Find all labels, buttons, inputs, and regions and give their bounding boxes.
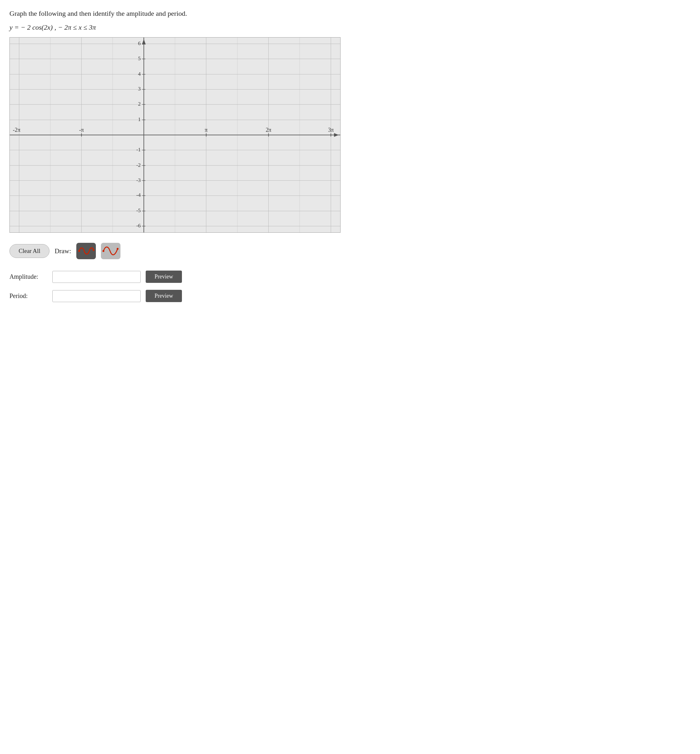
svg-text:-4: -4 — [136, 192, 141, 198]
svg-text:3: 3 — [138, 86, 141, 92]
svg-text:2π: 2π — [266, 127, 272, 133]
svg-point-62 — [78, 250, 80, 252]
svg-point-65 — [117, 248, 119, 250]
small-wave-icon — [78, 244, 94, 258]
svg-text:π: π — [205, 127, 208, 133]
draw-option-small-wave[interactable] — [76, 243, 96, 259]
period-preview-button[interactable]: Preview — [146, 290, 182, 302]
svg-text:-5: -5 — [136, 208, 141, 213]
graph-svg: -2π -π π 2π 3π 6 5 4 3 2 1 -1 -2 -3 -4 -… — [10, 38, 340, 232]
svg-text:-π: -π — [79, 127, 84, 133]
amplitude-label: Amplitude: — [9, 273, 47, 280]
svg-point-64 — [103, 250, 105, 252]
period-input[interactable] — [52, 290, 141, 302]
period-label: Period: — [9, 293, 47, 300]
equation: y = − 2 cos(2x) , − 2π ≤ x ≤ 3π — [9, 23, 341, 31]
svg-text:-3: -3 — [136, 177, 141, 183]
svg-text:1: 1 — [138, 116, 141, 122]
controls-row: Clear All Draw: — [9, 243, 341, 259]
svg-text:4: 4 — [138, 71, 141, 77]
graph-area[interactable]: -2π -π π 2π 3π 6 5 4 3 2 1 -1 -2 -3 -4 -… — [9, 37, 341, 233]
svg-text:6: 6 — [138, 41, 141, 46]
svg-text:3π: 3π — [328, 127, 334, 133]
svg-text:5: 5 — [138, 55, 141, 61]
amplitude-preview-button[interactable]: Preview — [146, 271, 182, 283]
svg-text:2: 2 — [138, 101, 141, 107]
period-row: Period: Preview — [9, 290, 341, 302]
svg-text:-2: -2 — [136, 162, 141, 168]
svg-text:-6: -6 — [136, 223, 141, 228]
problem-title: Graph the following and then identify th… — [9, 9, 341, 18]
large-wave-icon — [103, 244, 119, 258]
amplitude-row: Amplitude: Preview — [9, 271, 341, 283]
amplitude-input[interactable] — [52, 271, 141, 283]
svg-text:-1: -1 — [136, 147, 141, 153]
draw-option-large-wave[interactable] — [101, 243, 120, 259]
draw-label: Draw: — [55, 247, 71, 255]
svg-text:-2π: -2π — [13, 127, 20, 133]
clear-all-button[interactable]: Clear All — [9, 244, 50, 258]
